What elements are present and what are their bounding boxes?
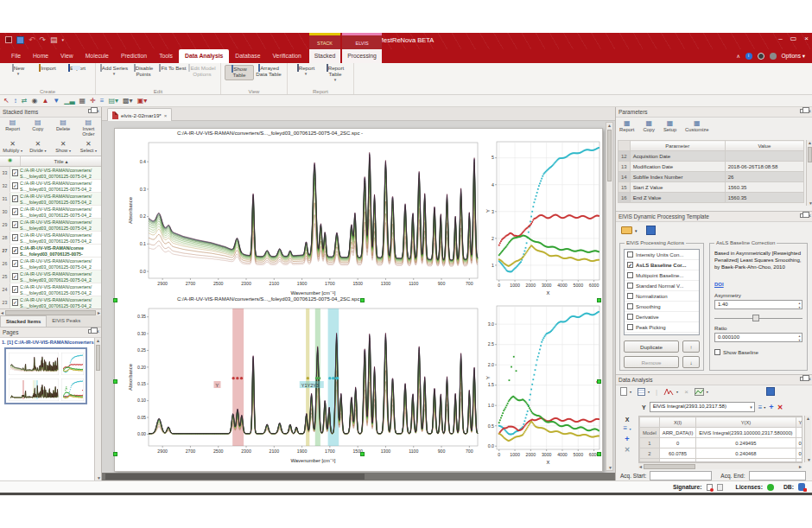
stacked-item-row[interactable]: 23 ✓ C:/A-IR-UV-VIS-RAMAN/converters/S..… <box>0 296 101 309</box>
stacked-item-row[interactable]: 32 ✓ C:/A-IR-UV-VIS-RAMAN/converters/S..… <box>0 180 101 193</box>
sidebar-tool-button[interactable]: ✕Divide ▾ <box>26 141 49 154</box>
processing-action-item[interactable]: Multipoint Baseline... <box>625 270 699 281</box>
action-checkbox[interactable] <box>627 324 633 330</box>
float-panel-icon[interactable] <box>800 377 805 381</box>
db-status-icon[interactable] <box>798 483 805 491</box>
strip-tool-icon[interactable]: ✛ <box>90 97 96 105</box>
ribbon-button[interactable]: Show Table <box>225 65 254 80</box>
parameter-row[interactable]: 13 Modification Date 2018-06-26T18:08:58 <box>619 162 804 172</box>
strip-tool-icon[interactable]: ≡ <box>100 97 105 105</box>
y-menu-icon[interactable]: ≡ <box>758 404 763 411</box>
licenses-status-icon[interactable] <box>767 484 774 491</box>
row-checkbox[interactable]: ✓ <box>12 299 18 306</box>
data-table-scrollbar[interactable]: ◄► <box>638 462 802 469</box>
signature-doc-icon[interactable] <box>707 484 713 491</box>
asymmetry-spinbox[interactable]: 1.40 <box>714 300 802 309</box>
sidebar-horizontal-scrollbar[interactable]: ◄► <box>0 309 101 315</box>
row-checkbox[interactable]: ✓ <box>12 260 18 267</box>
visibility-column-icon[interactable]: ◉ <box>0 156 21 166</box>
slider-handle[interactable] <box>752 315 759 321</box>
action-checkbox[interactable] <box>627 272 633 278</box>
ribbon-button[interactable]: Import <box>33 65 62 77</box>
ribbon-tab[interactable]: Home <box>27 49 54 63</box>
ribbon-tab[interactable]: View <box>54 49 79 63</box>
add-y-icon[interactable]: + <box>769 403 773 411</box>
cut-icon[interactable]: × <box>684 388 688 396</box>
stacked-item-row[interactable]: 29 ✓ C:/A-IR-UV-VIS-RAMAN/converters/S..… <box>0 219 101 232</box>
pages-scrollbar[interactable]: ▲▼ <box>94 338 101 480</box>
ribbon-button[interactable]: Report Table ▾ <box>320 65 350 83</box>
strip-tool-icon[interactable]: ▼ <box>53 97 60 105</box>
ribbon-tab[interactable]: Data Analysis <box>179 49 229 63</box>
sidebar-tool-button[interactable]: ▤Invert Order <box>77 119 100 137</box>
tab-processing[interactable]: Processing <box>342 49 382 63</box>
data-analysis-row[interactable]: 1 0 0.249495 0 <box>640 438 803 448</box>
open-template-icon[interactable] <box>621 226 632 234</box>
remove-x-icon[interactable]: ✕ <box>619 446 636 454</box>
document-tab[interactable]: elvis-2-02mar19* × <box>107 108 172 121</box>
selection-handle[interactable] <box>597 298 601 302</box>
y-series-selector[interactable]: ElViS Integral(2393.10,2317.58) <box>650 402 755 412</box>
maximize-button[interactable]: ▭ <box>790 35 797 42</box>
processing-action-item[interactable]: Smoothing <box>625 302 699 312</box>
selection-handle[interactable] <box>113 298 117 302</box>
move-up-button[interactable]: ↑ <box>682 340 700 353</box>
close-document-icon[interactable]: × <box>164 112 168 118</box>
ribbon-tab[interactable]: Molecule <box>79 49 115 63</box>
strip-tool-icon[interactable]: ↖ <box>3 97 10 105</box>
ribbon-button[interactable]: Edit Model Options <box>187 65 217 79</box>
selection-handle[interactable] <box>360 298 365 302</box>
acq-start-input[interactable] <box>650 471 712 480</box>
parameter-row[interactable]: 12 Acquisition Date <box>619 151 804 162</box>
page-list-item-label[interactable]: 1. [1] C:/A-IR-UV-VIS-RAMAN/converters <box>0 338 101 347</box>
row-checkbox[interactable]: ✓ <box>12 208 18 215</box>
sidebar-tool-button[interactable]: ▤Report <box>1 119 24 131</box>
action-checkbox[interactable]: ✓ <box>627 262 633 268</box>
x-menu-icon[interactable]: ≡ ▾ <box>619 424 636 432</box>
stacked-item-row[interactable]: 30 ✓ C:/A-IR-UV-VIS-RAMAN/converters/S..… <box>0 206 101 219</box>
parameters-tool-button[interactable]: ▦Setup <box>663 119 676 132</box>
ribbon-button[interactable]: Report ▾ <box>291 65 320 83</box>
data-analysis-row[interactable]: 2 60.0785 0.240468 0 <box>640 448 803 459</box>
sidebar-bottom-tab[interactable]: Stacked Items <box>0 315 47 327</box>
stacked-item-row[interactable]: 26 ✓ C:/A-IR-UV-VIS-RAMAN/converters/S..… <box>0 258 101 270</box>
column-header[interactable]: Y(X) <box>696 417 796 428</box>
stacked-item-row[interactable]: 28 ✓ C:/A-IR-UV-VIS-RAMAN/converters/S..… <box>0 232 101 245</box>
stacked-item-row[interactable]: 24 ✓ C:/A-IR-UV-VIS-RAMAN/converters/S..… <box>0 283 101 296</box>
canvas-horizontal-scrollbar[interactable] <box>102 473 615 480</box>
ribbon-tab[interactable]: Database <box>229 49 266 63</box>
info-icon[interactable]: i <box>745 53 752 60</box>
ribbon-button[interactable]: Add Series ▾ <box>99 65 129 79</box>
data-table-vscrollbar[interactable]: ▲▼ <box>804 416 811 462</box>
action-checkbox[interactable] <box>627 283 633 289</box>
ribbon-tab[interactable]: Verification <box>266 49 307 63</box>
stacked-item-row[interactable]: 31 ✓ C:/A-IR-UV-VIS-RAMAN/converters/S..… <box>0 193 101 206</box>
strip-tool-icon[interactable]: ▤▾ <box>108 97 118 105</box>
parameters-tool-button[interactable]: ▦Report <box>619 119 634 132</box>
ribbon-button[interactable]: Fit To Best <box>158 65 187 79</box>
float-panel-icon[interactable] <box>88 329 93 334</box>
acq-end-input[interactable] <box>749 471 806 480</box>
close-button[interactable]: × <box>804 35 809 42</box>
stacked-item-row[interactable]: 27 ✓ C:/A-IR-UV-VIS-RAMAN/conveS..._fole… <box>0 245 101 258</box>
row-checkbox[interactable]: ✓ <box>12 234 18 241</box>
signature-clipboard-icon[interactable] <box>717 484 723 491</box>
float-panel-icon[interactable] <box>88 109 93 113</box>
page-thumbnail[interactable] <box>4 347 87 404</box>
new-analysis-icon[interactable] <box>620 387 627 396</box>
strip-tool-icon[interactable]: ◉ <box>31 97 37 105</box>
add-x-icon[interactable]: + <box>619 435 636 443</box>
parameter-row[interactable]: 14 Subfile Index Number 26 <box>619 172 804 182</box>
chart-image-icon[interactable] <box>695 388 704 396</box>
options-button[interactable]: Options ▾ <box>782 53 805 60</box>
save-template-icon[interactable] <box>646 226 656 235</box>
show-baseline-checkbox[interactable] <box>714 349 720 355</box>
parameter-row[interactable]: 16 End Z Value 1560.35 <box>619 193 804 203</box>
strip-tool-icon[interactable]: ▁▃ <box>64 97 74 105</box>
column-header[interactable]: X(I) <box>659 417 696 428</box>
action-checkbox[interactable] <box>627 251 633 258</box>
column-header[interactable]: Value <box>725 141 803 151</box>
ratio-spinbox[interactable]: 0.000100 <box>714 333 802 342</box>
canvas-vertical-scrollbar[interactable]: ▲▼ <box>606 122 613 471</box>
strip-tool-icon[interactable]: ▲ <box>41 97 48 105</box>
